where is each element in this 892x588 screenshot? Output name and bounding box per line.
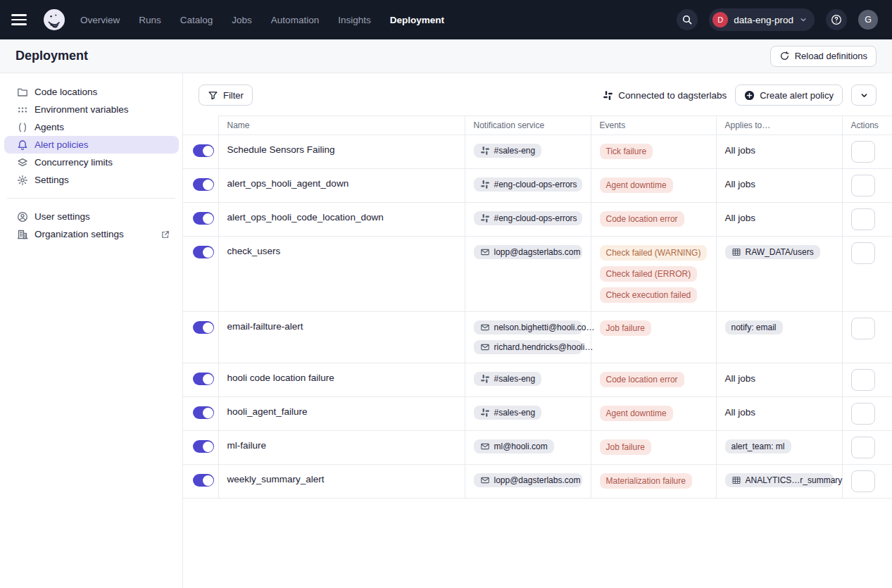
table-row: weekly_summary_alert lopp@dagsterlabs.co… bbox=[183, 465, 892, 499]
external-link-icon[interactable] bbox=[161, 230, 170, 239]
email-icon bbox=[480, 442, 490, 451]
slack-channel-chip: #eng-cloud-ops-errors bbox=[474, 211, 582, 225]
email-chip: nelson.bighetti@hooli.co… bbox=[474, 320, 582, 334]
policy-name: ml-failure bbox=[227, 439, 439, 451]
email-chip: lopp@dagsterlabs.com bbox=[474, 473, 582, 487]
slack-icon bbox=[480, 408, 490, 418]
row-actions-button[interactable] bbox=[851, 242, 875, 264]
table-row: hooli_agent_failure #sales-eng Agent dow… bbox=[183, 397, 892, 431]
email-icon bbox=[480, 323, 490, 332]
menu-icon[interactable] bbox=[11, 11, 30, 29]
plus-circle-icon bbox=[744, 90, 755, 101]
info-icon[interactable] bbox=[445, 473, 456, 484]
page-header: Deployment Reload definitions bbox=[0, 39, 892, 73]
table-row: hooli code location failure #sales-eng C… bbox=[183, 363, 892, 397]
slack-channel-chip: #eng-cloud-ops-errors bbox=[474, 177, 582, 192]
table-row: ml-failure ml@hooli.com Job failure aler… bbox=[183, 431, 892, 465]
info-icon[interactable] bbox=[445, 406, 456, 417]
policy-enabled-toggle[interactable] bbox=[193, 440, 214, 453]
applies-to-value: All jobs bbox=[725, 373, 756, 384]
nav-item-runs[interactable]: Runs bbox=[139, 12, 161, 28]
slack-connection-status: Connected to dagsterlabs bbox=[603, 90, 727, 101]
row-actions-button[interactable] bbox=[851, 318, 875, 339]
info-icon[interactable] bbox=[445, 320, 456, 332]
chevron-down-icon bbox=[860, 91, 869, 100]
email-chip: richard.hendricks@hooli… bbox=[474, 340, 582, 354]
info-icon[interactable] bbox=[445, 177, 456, 189]
main-nav: OverviewRunsCatalogJobsAutomationInsight… bbox=[80, 12, 444, 28]
sidebar-item-concurrency-limits[interactable]: Concurrency limits bbox=[4, 154, 179, 171]
create-alert-policy-button[interactable]: Create alert policy bbox=[735, 85, 843, 106]
row-actions-button[interactable] bbox=[851, 437, 875, 458]
info-icon[interactable] bbox=[445, 439, 456, 451]
tag-chip: notify: email bbox=[725, 320, 783, 334]
applies-to-value: All jobs bbox=[725, 144, 756, 156]
slack-icon bbox=[480, 213, 490, 223]
sidebar-item-environment-variables[interactable]: Environment variables bbox=[4, 101, 179, 118]
chevron-down-icon bbox=[858, 443, 867, 452]
nav-item-catalog[interactable]: Catalog bbox=[180, 12, 213, 28]
policy-enabled-toggle[interactable] bbox=[193, 144, 214, 157]
nav-item-insights[interactable]: Insights bbox=[338, 12, 371, 28]
info-icon[interactable] bbox=[445, 245, 456, 256]
row-actions-button[interactable] bbox=[851, 208, 875, 230]
row-actions-button[interactable] bbox=[851, 470, 875, 492]
dagster-logo-icon[interactable] bbox=[42, 8, 66, 32]
sidebar-item-alert-policies[interactable]: Alert policies bbox=[4, 136, 179, 154]
info-icon[interactable] bbox=[445, 372, 456, 383]
row-actions-button[interactable] bbox=[851, 403, 875, 425]
nav-item-automation[interactable]: Automation bbox=[271, 12, 319, 28]
search-icon bbox=[681, 14, 693, 25]
slack-channel-chip: #sales-eng bbox=[474, 144, 542, 158]
filter-button[interactable]: Filter bbox=[199, 85, 253, 106]
policy-enabled-toggle[interactable] bbox=[193, 321, 214, 334]
sidebar-item-code-locations[interactable]: Code locations bbox=[4, 83, 179, 101]
policy-name: check_users bbox=[227, 245, 439, 256]
search-button[interactable] bbox=[677, 9, 698, 30]
deployment-name: data-eng-prod bbox=[734, 15, 793, 25]
row-actions-button[interactable] bbox=[851, 141, 875, 163]
user-avatar[interactable]: G bbox=[858, 10, 878, 30]
main-panel: Filter Connected to dagsterlabs Create a… bbox=[183, 73, 892, 588]
policy-enabled-toggle[interactable] bbox=[193, 178, 214, 191]
policy-name: Schedule Sensors Failing bbox=[227, 144, 439, 155]
bell-icon bbox=[17, 139, 28, 151]
info-icon[interactable] bbox=[445, 144, 456, 155]
deployment-badge: D bbox=[712, 12, 728, 27]
policy-enabled-toggle[interactable] bbox=[193, 373, 214, 385]
table-row: check_users lopp@dagsterlabs.com Check f… bbox=[183, 237, 892, 312]
sidebar-item-settings[interactable]: Settings bbox=[4, 171, 179, 189]
row-actions-button[interactable] bbox=[851, 175, 875, 196]
reload-definitions-button[interactable]: Reload definitions bbox=[770, 46, 877, 67]
toggle-column-header bbox=[183, 116, 218, 135]
applies-to-value: All jobs bbox=[725, 178, 756, 189]
row-actions-button[interactable] bbox=[851, 369, 875, 391]
column-header-actions: Actions bbox=[842, 116, 892, 135]
nav-item-deployment[interactable]: Deployment bbox=[390, 12, 444, 28]
policy-enabled-toggle[interactable] bbox=[193, 212, 214, 225]
gear-icon bbox=[17, 175, 28, 186]
policy-enabled-toggle[interactable] bbox=[193, 406, 214, 419]
nav-item-overview[interactable]: Overview bbox=[80, 12, 120, 28]
email-chip: ml@hooli.com bbox=[474, 439, 554, 453]
table-icon bbox=[731, 475, 741, 485]
chevron-down-icon bbox=[858, 147, 867, 156]
more-actions-button[interactable] bbox=[851, 85, 877, 106]
help-button[interactable] bbox=[826, 9, 847, 30]
event-badge: Code location error bbox=[600, 211, 684, 227]
policy-enabled-toggle[interactable] bbox=[193, 474, 214, 487]
table-icon bbox=[731, 247, 741, 257]
table-row: alert_ops_hooli_code_location_down #eng-… bbox=[183, 203, 892, 237]
deployment-switcher[interactable]: D data-eng-prod bbox=[709, 8, 815, 31]
sidebar-item-user-settings[interactable]: User settings bbox=[4, 208, 179, 225]
policy-name: alert_ops_hooli_code_location_down bbox=[227, 211, 439, 223]
sidebar-item-agents[interactable]: Agents bbox=[4, 118, 179, 136]
nav-item-jobs[interactable]: Jobs bbox=[232, 12, 252, 28]
slack-icon bbox=[480, 146, 490, 156]
alert-policies-table: NameNotification serviceEventsApplies to… bbox=[183, 115, 892, 499]
sidebar-item-organization-settings[interactable]: Organization settings bbox=[4, 225, 179, 243]
policy-enabled-toggle[interactable] bbox=[193, 246, 214, 258]
slack-channel-chip: #sales-eng bbox=[474, 372, 542, 386]
top-nav: OverviewRunsCatalogJobsAutomationInsight… bbox=[0, 0, 892, 39]
info-icon[interactable] bbox=[445, 211, 456, 223]
